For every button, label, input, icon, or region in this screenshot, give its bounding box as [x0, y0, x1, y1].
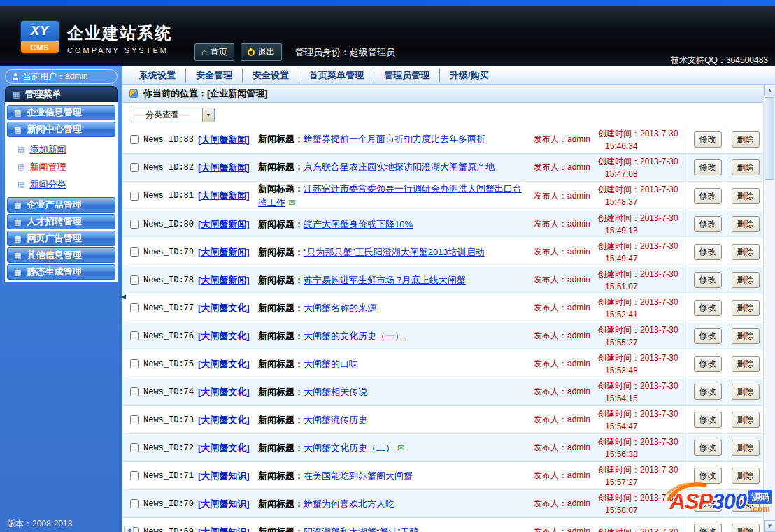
delete-button[interactable]: 删除: [732, 216, 760, 232]
edit-button[interactable]: 修改: [694, 384, 722, 400]
category-link[interactable]: [大闸蟹新闻]: [198, 274, 258, 287]
row-checkbox[interactable]: [130, 499, 139, 508]
edit-button[interactable]: 修改: [694, 412, 722, 428]
delete-button[interactable]: 删除: [732, 440, 760, 456]
delete-button[interactable]: 删除: [732, 272, 760, 288]
category-link[interactable]: [大闸蟹文化]: [198, 302, 258, 315]
sidebar-item-news-center[interactable]: ▦ 新闻中心管理: [7, 122, 115, 137]
delete-button[interactable]: 删除: [732, 188, 760, 204]
edit-button[interactable]: 修改: [694, 328, 722, 344]
category-link[interactable]: [大闸蟹知识]: [198, 498, 258, 510]
category-link[interactable]: [大闸蟹新闻]: [198, 161, 258, 174]
edit-button[interactable]: 修改: [694, 188, 722, 204]
submenu-news-management-link[interactable]: 新闻管理: [29, 161, 66, 173]
submenu-add-news-link[interactable]: 添加新闻: [29, 143, 66, 156]
category-link[interactable]: [大闸蟹文化]: [198, 358, 258, 371]
news-title-link[interactable]: 大闸蟹名称的来源: [304, 303, 376, 313]
row-checkbox[interactable]: [130, 359, 139, 368]
sidebar-item-static-generation[interactable]: ▦ 静态生成管理: [7, 264, 115, 280]
row-checkbox[interactable]: [130, 415, 139, 424]
row-checkbox[interactable]: [130, 247, 139, 257]
edit-button[interactable]: 修改: [694, 216, 722, 232]
delete-button[interactable]: 删除: [732, 524, 760, 532]
delete-button[interactable]: 删除: [732, 159, 760, 175]
edit-button[interactable]: 修改: [694, 244, 722, 260]
news-title-prefix: 新闻标题：: [258, 443, 304, 453]
edit-button[interactable]: 修改: [694, 272, 722, 288]
category-link[interactable]: [大闸蟹知识]: [198, 470, 258, 482]
delete-cell: 删除: [727, 462, 763, 489]
sidebar-item-products[interactable]: ▦ 企业产品管理: [7, 197, 115, 213]
edit-button[interactable]: 修改: [694, 440, 722, 456]
submenu-news-categories-link[interactable]: 新闻分类: [29, 178, 66, 191]
sidebar-item-other-info[interactable]: ▦ 其他信息管理: [7, 247, 115, 263]
news-title-link[interactable]: 大闸蟹的口味: [304, 359, 358, 369]
nav-home-menu-management[interactable]: 首页菜单管理: [299, 68, 374, 83]
delete-button[interactable]: 删除: [732, 300, 760, 316]
sidebar-item-web-ads[interactable]: ▦ 网页广告管理: [7, 231, 115, 246]
row-checkbox[interactable]: [130, 303, 139, 312]
row-checkbox[interactable]: [130, 135, 139, 144]
news-title-link[interactable]: “只为那只蟹”王氏阳澄湖大闸蟹2013培训启动: [304, 247, 485, 257]
news-title-link[interactable]: 京东联合星农庄园实地探访阳澄湖大闸蟹原产地: [304, 161, 495, 172]
category-link[interactable]: [大闸蟹知识]: [198, 526, 258, 532]
scroll-down-button[interactable]: ▼: [764, 520, 775, 532]
delete-button[interactable]: 删除: [732, 244, 760, 260]
logout-button[interactable]: 退出: [241, 43, 282, 61]
delete-button[interactable]: 删除: [732, 468, 760, 484]
news-title-link[interactable]: 大闸蟹相关传说: [304, 387, 367, 397]
category-link[interactable]: [大闸蟹新闻]: [198, 246, 258, 259]
row-checkbox[interactable]: [130, 387, 139, 396]
news-title-link[interactable]: 阳澄湖蟹和太湖蟹“蟹汁”无醇: [304, 526, 419, 532]
category-filter-select[interactable]: ----分类查看---- ▼: [131, 108, 215, 122]
row-checkbox[interactable]: [130, 443, 139, 452]
news-title-link[interactable]: 在美国能吃到苏蟹阁大闸蟹: [304, 470, 413, 481]
edit-button[interactable]: 修改: [694, 159, 722, 175]
row-checkbox[interactable]: [130, 331, 139, 340]
row-checkbox[interactable]: [130, 471, 139, 480]
edit-button[interactable]: 修改: [694, 300, 722, 316]
news-title-link[interactable]: 苏宁易购进军生鲜市场 7月底上线大闸蟹: [304, 275, 466, 285]
delete-button[interactable]: 删除: [732, 384, 760, 400]
nav-security-management[interactable]: 安全管理: [186, 68, 243, 83]
category-link[interactable]: [大闸蟹文化]: [198, 330, 258, 343]
row-checkbox[interactable]: [130, 163, 139, 172]
row-checkbox[interactable]: [130, 192, 139, 201]
news-title-link[interactable]: 大闸蟹的文化历史（一）: [304, 331, 404, 341]
nav-security-settings[interactable]: 安全设置: [243, 68, 299, 83]
news-title-link[interactable]: 大闸蟹流传历史: [304, 415, 367, 425]
home-button[interactable]: ⌂ 首页: [194, 43, 234, 61]
news-title-link[interactable]: 大闸蟹文化历史（二）: [304, 443, 394, 453]
category-link[interactable]: [大闸蟹新闻]: [198, 218, 258, 231]
category-link[interactable]: [大闸蟹文化]: [198, 442, 258, 454]
row-checkbox[interactable]: [130, 220, 139, 229]
sidebar-collapse-handle[interactable]: ◀: [121, 294, 126, 300]
category-link[interactable]: [大闸蟹文化]: [198, 386, 258, 398]
delete-button[interactable]: 删除: [732, 412, 760, 428]
submenu-news-categories[interactable]: ▤ 新闻分类: [6, 175, 116, 193]
nav-admin-management[interactable]: 管理员管理: [374, 68, 440, 83]
news-title-link[interactable]: 螃蟹券提前一个月面市折扣力度比去年多两折: [304, 134, 485, 144]
scrollbar-thumb[interactable]: [765, 97, 774, 180]
news-title-link[interactable]: 螃蟹为何喜欢北方人吃: [304, 498, 394, 509]
delete-button[interactable]: 删除: [732, 356, 760, 372]
nav-upgrade-purchase[interactable]: 升级/购买: [440, 68, 499, 83]
category-link[interactable]: [大闸蟹文化]: [198, 414, 258, 426]
edit-button[interactable]: 修改: [694, 131, 722, 148]
sidebar-item-recruitment[interactable]: ▦ 人才招聘管理: [7, 214, 115, 229]
category-link[interactable]: [大闸蟹新闻]: [198, 134, 258, 146]
delete-button[interactable]: 删除: [732, 131, 760, 148]
category-link[interactable]: [大闸蟹新闻]: [198, 189, 258, 202]
edit-button[interactable]: 修改: [694, 524, 722, 532]
submenu-add-news[interactable]: ▤ 添加新闻: [6, 141, 116, 158]
nav-system-settings[interactable]: 系统设置: [129, 68, 186, 83]
sidebar-item-company-info[interactable]: ▦ 企业信息管理: [7, 105, 115, 120]
submenu-news-management[interactable]: ▤ 新闻管理: [6, 158, 116, 175]
vertical-scrollbar[interactable]: ▲ ▼: [763, 85, 775, 532]
edit-button[interactable]: 修改: [694, 356, 722, 372]
scroll-up-button[interactable]: ▲: [764, 85, 775, 96]
hscroll-left-button[interactable]: ◀: [124, 526, 134, 532]
delete-button[interactable]: 删除: [732, 328, 760, 344]
news-title-link[interactable]: 皖产大闸蟹身价或下降10%: [304, 219, 413, 229]
row-checkbox[interactable]: [130, 275, 139, 285]
